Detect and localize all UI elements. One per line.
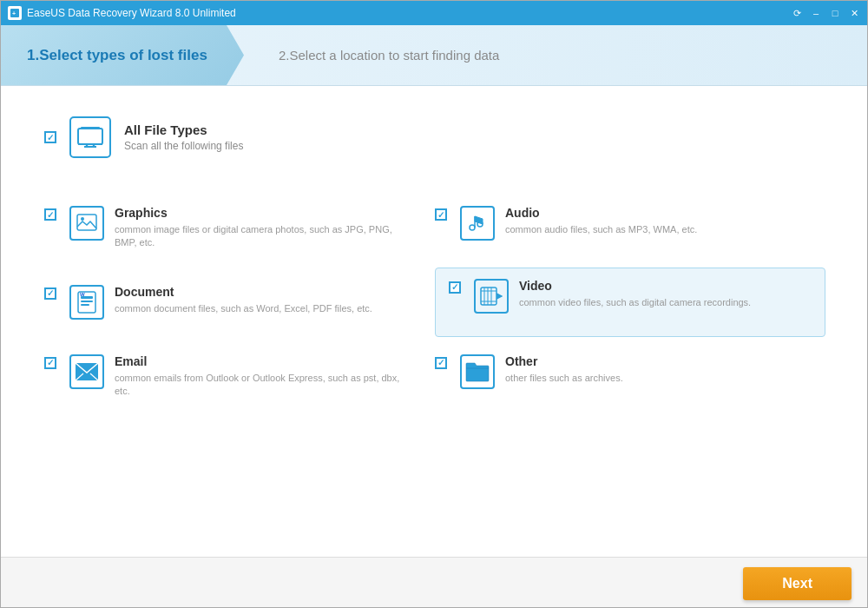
restore-btn[interactable]: ⟳ — [789, 5, 805, 21]
graphics-checkbox-wrap[interactable] — [44, 208, 56, 221]
main-content: All File Types Scan all the following fi… — [1, 86, 868, 608]
video-info: Video common video files, such as digita… — [519, 279, 751, 309]
video-checkbox[interactable] — [449, 281, 461, 294]
document-item: W Document common document files, such a… — [44, 268, 435, 337]
graphics-info: Graphics common image files or digital c… — [115, 206, 409, 250]
other-icon — [460, 354, 495, 389]
document-checkbox-wrap[interactable] — [44, 287, 56, 300]
svg-text:W: W — [80, 292, 85, 297]
other-desc: other files such as archives. — [505, 372, 623, 385]
audio-checkbox[interactable] — [435, 208, 447, 221]
all-types-icon — [69, 116, 111, 158]
svg-rect-2 — [78, 129, 102, 144]
graphics-icon — [69, 206, 104, 241]
app-icon: + — [8, 6, 22, 20]
close-btn[interactable]: ✕ — [846, 5, 862, 21]
video-title: Video — [519, 279, 751, 293]
all-types-title: All File Types — [124, 122, 243, 137]
email-title: Email — [115, 354, 409, 368]
svg-rect-14 — [81, 301, 93, 302]
window-title: EaseUS Data Recovery Wizard 8.0 Unlimite… — [27, 7, 789, 19]
document-desc: common document files, such as Word, Exc… — [115, 302, 372, 315]
other-title: Other — [505, 354, 623, 368]
video-item: Video common video files, such as digita… — [435, 268, 825, 337]
graphics-checkbox[interactable] — [44, 208, 56, 221]
next-button[interactable]: Next — [743, 567, 852, 600]
video-checkbox-wrap[interactable] — [449, 281, 461, 294]
document-icon: W — [69, 285, 104, 320]
svg-rect-17 — [481, 287, 496, 305]
step2-indicator: 2.Select a location to start finding dat… — [244, 48, 534, 63]
title-bar: + EaseUS Data Recovery Wizard 8.0 Unlimi… — [1, 1, 868, 25]
graphics-title: Graphics — [115, 206, 409, 220]
file-types-grid: Graphics common image files or digital c… — [44, 188, 825, 416]
all-file-types-section: All File Types Scan all the following fi… — [44, 116, 825, 158]
email-info: Email common emails from Outlook or Outl… — [115, 354, 409, 399]
svg-point-10 — [470, 225, 475, 230]
step2-label: 2.Select a location to start finding dat… — [279, 48, 499, 63]
audio-title: Audio — [505, 206, 697, 220]
audio-checkbox-wrap[interactable] — [435, 208, 447, 221]
other-item: Other other files such as archives. — [435, 337, 825, 416]
document-info: Document common document files, such as … — [115, 285, 372, 315]
other-checkbox[interactable] — [435, 357, 447, 369]
bottom-bar: Next — [1, 557, 868, 608]
maximize-btn[interactable]: □ — [827, 5, 843, 21]
svg-rect-3 — [81, 127, 100, 129]
step-header: 1.Select types of lost files 2.Select a … — [1, 25, 868, 86]
video-desc: common video files, such as digital came… — [519, 296, 751, 309]
all-types-desc: Scan all the following files — [124, 140, 243, 152]
svg-rect-15 — [81, 304, 89, 306]
window-controls: ⟳ – □ ✕ — [789, 5, 862, 21]
video-icon — [474, 279, 509, 314]
audio-desc: common audio files, such as MP3, WMA, et… — [505, 223, 697, 236]
svg-text:+: + — [12, 10, 16, 17]
graphics-item: Graphics common image files or digital c… — [44, 188, 435, 268]
all-types-info: All File Types Scan all the following fi… — [124, 122, 243, 152]
svg-rect-8 — [77, 215, 96, 230]
email-item: Email common emails from Outlook or Outl… — [44, 337, 435, 416]
graphics-desc: common image files or digital camera pho… — [115, 223, 409, 250]
document-checkbox[interactable] — [44, 287, 56, 300]
app-window: + EaseUS Data Recovery Wizard 8.0 Unlimi… — [1, 1, 868, 608]
email-checkbox[interactable] — [44, 357, 56, 369]
email-checkbox-wrap[interactable] — [44, 357, 56, 369]
document-title: Document — [115, 285, 372, 299]
email-icon — [69, 354, 104, 389]
step1-indicator: 1.Select types of lost files — [1, 25, 244, 85]
email-desc: common emails from Outlook or Outlook Ex… — [115, 372, 409, 399]
svg-point-9 — [81, 217, 84, 221]
minimize-btn[interactable]: – — [808, 5, 824, 21]
other-info: Other other files such as archives. — [505, 354, 623, 385]
all-types-checkbox-wrap[interactable] — [44, 131, 56, 143]
audio-icon — [460, 206, 495, 241]
all-types-checkbox[interactable] — [44, 131, 56, 143]
step1-label: 1.Select types of lost files — [27, 47, 207, 64]
audio-item: Audio common audio files, such as MP3, W… — [435, 188, 825, 268]
audio-info: Audio common audio files, such as MP3, W… — [505, 206, 697, 236]
other-checkbox-wrap[interactable] — [435, 357, 447, 369]
